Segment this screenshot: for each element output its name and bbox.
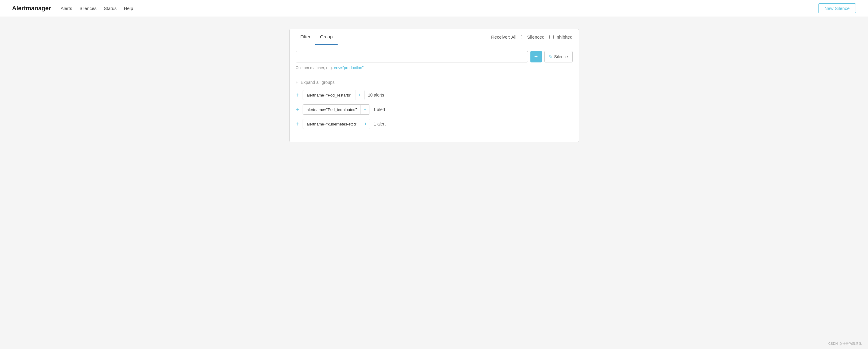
group-expand-btn-0[interactable]: + [296,92,299,98]
group-tag-label-0: alertname="Pod_restarts" [303,91,355,99]
silenced-label: Silenced [527,34,545,39]
group-tag-label-2: alertname="kubernetes-etcd" [303,120,361,128]
nav-silences[interactable]: Silences [79,6,97,11]
groups-section: + Expand all groups + alertname="Pod_res… [296,80,572,129]
alert-count-0: 10 alerts [368,93,384,97]
nav-status[interactable]: Status [104,6,117,11]
main-content: Filter Group Receiver: All Silenced Inhi… [283,29,585,142]
page-footer: CSDN @神奇的海马体 [829,342,862,346]
expand-all-icon: + [296,80,299,85]
receiver-label: Receiver: All [491,34,516,39]
filter-card: Filter Group Receiver: All Silenced Inhi… [289,29,579,142]
matcher-hint-example[interactable]: env="production" [334,65,364,70]
receiver-section: Receiver: All Silenced Inhibited [491,34,572,39]
group-tag-2: alertname="kubernetes-etcd" + [303,119,370,129]
silence-button-label: Silence [554,54,568,59]
tab-group[interactable]: Group [315,29,338,45]
tab-filter[interactable]: Filter [296,29,315,45]
nav-help[interactable]: Help [124,6,133,11]
silenced-checkbox[interactable] [521,35,525,39]
navbar-left: Alertmanager Alerts Silences Status Help [12,5,133,12]
alert-group-1: + alertname="Pod_terminated" + 1 alert [296,104,572,115]
card-header: Filter Group Receiver: All Silenced Inhi… [290,29,579,45]
add-filter-icon: + [534,53,538,60]
alert-group-2: + alertname="kubernetes-etcd" + 1 alert [296,119,572,129]
silence-button[interactable]: ✎ Silence [544,51,572,62]
group-tag-0: alertname="Pod_restarts" + [303,90,364,100]
card-body: + ✎ Silence Custom matcher, e.g. env="pr… [290,45,579,142]
group-tag-add-0[interactable]: + [355,90,364,100]
inhibited-checkbox[interactable] [549,35,554,39]
add-filter-button[interactable]: + [530,51,542,62]
alert-group-0: + alertname="Pod_restarts" + 10 alerts [296,90,572,100]
silence-icon: ✎ [549,54,552,59]
footer-text: CSDN @神奇的海马体 [829,342,862,345]
group-expand-btn-1[interactable]: + [296,106,299,113]
navbar-links: Alerts Silences Status Help [61,6,133,11]
matcher-hint-prefix: Custom matcher, e.g. [296,65,334,70]
group-tag-add-1[interactable]: + [361,105,370,114]
expand-all-label: Expand all groups [301,80,335,85]
group-tag-label-1: alertname="Pod_terminated" [303,105,360,114]
expand-all-row[interactable]: + Expand all groups [296,80,572,85]
new-silence-button[interactable]: New Silence [818,3,856,13]
alert-count-1: 1 alert [373,107,385,112]
brand: Alertmanager [12,5,51,12]
inhibited-checkbox-label[interactable]: Inhibited [549,34,572,39]
tabs: Filter Group [296,29,338,45]
alert-count-2: 1 alert [374,122,385,126]
filter-input[interactable] [296,51,528,62]
navbar: Alertmanager Alerts Silences Status Help… [0,0,868,17]
matcher-hint: Custom matcher, e.g. env="production" [296,65,572,70]
silenced-checkbox-label[interactable]: Silenced [521,34,545,39]
inhibited-label: Inhibited [555,34,572,39]
nav-alerts[interactable]: Alerts [61,6,72,11]
filter-row: + ✎ Silence [296,51,572,62]
group-tag-add-2[interactable]: + [361,119,370,129]
group-expand-btn-2[interactable]: + [296,121,299,127]
group-tag-1: alertname="Pod_terminated" + [303,104,370,115]
